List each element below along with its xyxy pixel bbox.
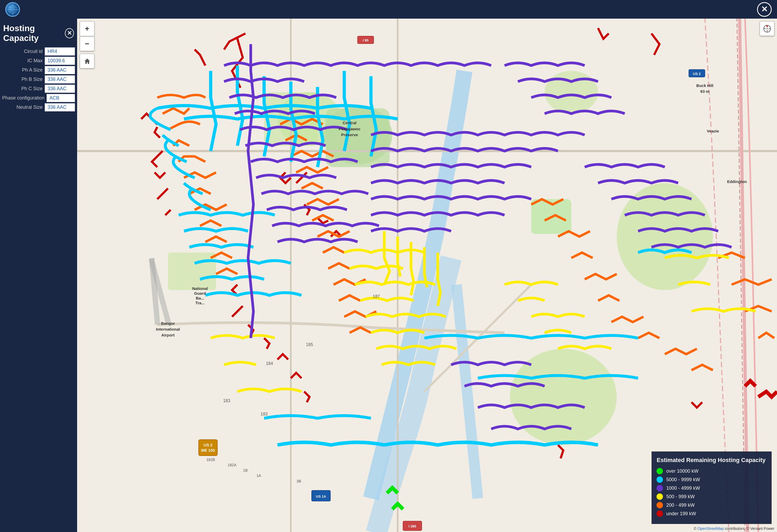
left-panel: Hosting Capacity ✕ Circuit id HR4 IC Max… <box>0 19 77 532</box>
svg-text:93 m: 93 m <box>700 89 709 94</box>
legend-color-swatch <box>657 494 663 500</box>
legend-item-label: 500 - 999 kW <box>666 494 694 500</box>
neutral-size-row: Neutral Size 336 AAC <box>0 103 77 111</box>
attribution: © OpenStreetMap contributors, © Versant … <box>694 526 774 531</box>
ph-b-size-row: Ph B Size 336 AAC <box>0 75 77 84</box>
legend: Estimated Remaining Hosting Capacity ove… <box>652 451 772 524</box>
panel-title: Hosting Capacity <box>3 23 65 43</box>
legend-item-label: 5000 - 9999 kW <box>666 477 700 483</box>
svg-text:1B: 1B <box>243 468 247 472</box>
legend-item-label: 1000 - 4999 kW <box>666 486 700 491</box>
svg-text:187: 187 <box>373 294 380 299</box>
svg-text:N: N <box>766 25 768 27</box>
globe-icon[interactable] <box>5 2 20 17</box>
svg-text:I 395: I 395 <box>409 524 416 528</box>
svg-text:183: 183 <box>223 398 230 403</box>
legend-item-label: over 10000 kW <box>666 468 698 474</box>
phase-config-row: Phase configuration ACB <box>0 94 77 102</box>
svg-text:Central: Central <box>343 120 357 125</box>
map-container[interactable]: I 95 US 2 US 2 ME 100 US 1A I 395 Centra… <box>77 19 777 532</box>
neutral-size-value: 336 AAC <box>45 103 75 111</box>
legend-item: 1000 - 4999 kW <box>657 485 766 491</box>
svg-point-1 <box>11 5 15 13</box>
svg-text:International: International <box>156 327 180 331</box>
top-bar: ✕ <box>0 0 777 19</box>
attribution-prefix: © <box>694 526 697 531</box>
svg-text:Eddington: Eddington <box>727 179 747 184</box>
legend-item-label: under 199 kW <box>666 511 696 517</box>
phase-config-label: Phase configuration <box>2 95 46 101</box>
svg-rect-13 <box>168 253 216 290</box>
compass-button[interactable]: N <box>760 21 774 36</box>
circuit-id-value: HR4 <box>45 47 75 56</box>
ic-max-row: IC Max 10039.6 <box>0 57 77 65</box>
svg-text:US 2: US 2 <box>204 443 212 447</box>
phase-config-value: ACB <box>46 94 75 102</box>
svg-text:US 1A: US 1A <box>316 495 326 499</box>
ph-c-size-label: Ph C Size <box>2 86 45 92</box>
svg-text:Guard: Guard <box>194 291 206 296</box>
panel-close-button[interactable]: ✕ <box>65 28 74 38</box>
ph-b-size-value: 336 AAC <box>45 75 75 84</box>
ph-b-size-label: Ph B Size <box>2 77 45 82</box>
svg-text:183: 183 <box>260 412 268 416</box>
svg-rect-24 <box>199 440 217 456</box>
legend-item-label: 200 - 499 kW <box>666 503 694 508</box>
svg-text:1A: 1A <box>257 473 261 478</box>
svg-text:182A: 182A <box>228 463 236 467</box>
ph-c-size-row: Ph C Size 336 AAC <box>0 85 77 93</box>
legend-item: under 199 kW <box>657 511 766 517</box>
ph-a-size-value: 336 AAC <box>45 66 75 74</box>
legend-color-swatch <box>657 511 663 517</box>
legend-items: over 10000 kW5000 - 9999 kW1000 - 4999 k… <box>657 468 766 517</box>
ph-c-size-value: 336 AAC <box>45 85 75 93</box>
svg-text:National: National <box>192 286 208 291</box>
attribution-suffix: contributors, © Versant Power <box>724 526 774 531</box>
svg-point-56 <box>767 28 768 29</box>
circuit-id-row: Circuit id HR4 <box>0 47 77 56</box>
map-controls: + − <box>80 21 94 68</box>
svg-text:Tra...: Tra... <box>196 301 205 305</box>
legend-item: 5000 - 9999 kW <box>657 476 766 483</box>
close-top-button[interactable]: ✕ <box>757 2 772 17</box>
svg-point-10 <box>545 71 598 114</box>
panel-header: Hosting Capacity ✕ <box>0 21 77 47</box>
ic-max-label: IC Max <box>2 58 45 64</box>
legend-title: Estimated Remaining Hosting Capacity <box>657 456 766 464</box>
svg-text:Penjajawoc: Penjajawoc <box>339 127 360 131</box>
svg-point-0 <box>9 5 17 13</box>
svg-text:Airport: Airport <box>161 333 175 337</box>
legend-color-swatch <box>657 502 663 508</box>
svg-text:Bangor: Bangor <box>161 321 175 326</box>
legend-color-swatch <box>657 485 663 491</box>
ph-a-size-label: Ph A Size <box>2 67 45 73</box>
zoom-out-button[interactable]: − <box>80 36 94 51</box>
svg-text:185: 185 <box>306 342 313 347</box>
svg-text:Preserve: Preserve <box>341 132 358 137</box>
svg-text:3B: 3B <box>297 479 301 483</box>
zoom-in-button[interactable]: + <box>80 21 94 36</box>
svg-text:I 95: I 95 <box>363 38 368 42</box>
circuit-id-label: Circuit id <box>2 49 45 54</box>
main-content: Hosting Capacity ✕ Circuit id HR4 IC Max… <box>0 19 777 532</box>
svg-text:US 2: US 2 <box>693 72 701 76</box>
home-button[interactable] <box>80 54 94 68</box>
svg-text:Ba...: Ba... <box>196 296 204 300</box>
osm-link[interactable]: OpenStreetMap <box>697 526 724 531</box>
svg-text:184: 184 <box>266 361 273 366</box>
legend-color-swatch <box>657 468 663 474</box>
legend-item: 200 - 499 kW <box>657 502 766 508</box>
neutral-size-label: Neutral Size <box>2 105 45 110</box>
svg-text:Veazie: Veazie <box>707 129 719 133</box>
ic-max-value: 10039.6 <box>45 57 75 65</box>
svg-text:182B: 182B <box>206 457 215 462</box>
svg-text:ME 100: ME 100 <box>201 448 215 452</box>
ph-a-size-row: Ph A Size 336 AAC <box>0 66 77 74</box>
legend-item: 500 - 999 kW <box>657 494 766 500</box>
legend-color-swatch <box>657 476 663 483</box>
legend-item: over 10000 kW <box>657 468 766 474</box>
svg-text:Buck Hill: Buck Hill <box>696 83 713 88</box>
